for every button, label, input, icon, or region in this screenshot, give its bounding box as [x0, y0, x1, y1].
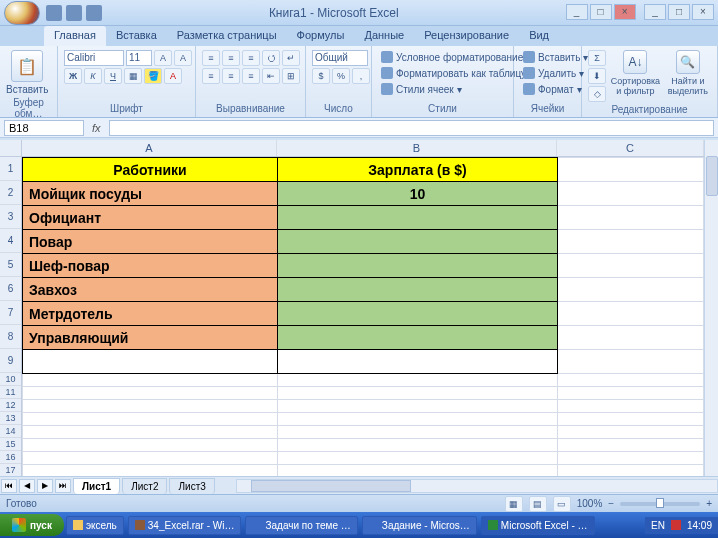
merge-icon[interactable]: ⊞ — [282, 68, 300, 84]
cell-a4[interactable]: Повар — [23, 230, 278, 254]
find-select-icon[interactable]: 🔍 — [676, 50, 700, 74]
sheet-nav-prev[interactable]: ◀ — [19, 479, 35, 493]
align-top-icon[interactable]: ≡ — [202, 50, 220, 66]
tray-icon[interactable] — [671, 520, 681, 530]
view-break-icon[interactable]: ▭ — [553, 496, 571, 512]
cell-b3[interactable] — [278, 206, 558, 230]
bold-button[interactable]: Ж — [64, 68, 82, 84]
sheet-nav-last[interactable]: ⏭ — [55, 479, 71, 493]
header-salary[interactable]: Зарплата (в $) — [278, 158, 558, 182]
cell-c2[interactable] — [558, 182, 704, 206]
view-normal-icon[interactable]: ▦ — [505, 496, 523, 512]
col-header-c[interactable]: C — [557, 140, 704, 156]
cell-c6[interactable] — [558, 278, 704, 302]
office-button[interactable] — [4, 1, 40, 25]
insert-cells-button[interactable]: Вставить ▾ — [520, 50, 591, 64]
fill-color-icon[interactable]: 🪣 — [144, 68, 162, 84]
align-right-icon[interactable]: ≡ — [242, 68, 260, 84]
vertical-scrollbar[interactable] — [704, 140, 718, 476]
col-header-a[interactable]: A — [22, 140, 277, 156]
cell-b2[interactable]: 10 — [278, 182, 558, 206]
sort-filter-icon[interactable]: A↓ — [623, 50, 647, 74]
cell-c1[interactable] — [558, 158, 704, 182]
sheet-nav-next[interactable]: ▶ — [37, 479, 53, 493]
sheet-tab-2[interactable]: Лист2 — [122, 478, 167, 494]
taskbar-item-3[interactable]: Задание - Micros… — [362, 516, 477, 535]
delete-cells-button[interactable]: Удалить ▾ — [520, 66, 591, 80]
tab-home[interactable]: Главная — [44, 26, 106, 46]
cell-a5[interactable]: Шеф-повар — [23, 254, 278, 278]
cell-c3[interactable] — [558, 206, 704, 230]
tab-data[interactable]: Данные — [354, 26, 414, 46]
indent-dec-icon[interactable]: ⇤ — [262, 68, 280, 84]
save-icon[interactable] — [46, 5, 62, 21]
cell-c5[interactable] — [558, 254, 704, 278]
close-button[interactable]: × — [614, 4, 636, 20]
tab-insert[interactable]: Вставка — [106, 26, 167, 46]
cell-a3[interactable]: Официант — [23, 206, 278, 230]
sheet-tab-3[interactable]: Лист3 — [169, 478, 214, 494]
wrap-text-icon[interactable]: ↵ — [282, 50, 300, 66]
language-indicator[interactable]: EN — [651, 520, 665, 531]
name-box[interactable]: B18 — [4, 120, 84, 136]
view-layout-icon[interactable]: ▤ — [529, 496, 547, 512]
tab-view[interactable]: Вид — [519, 26, 559, 46]
cell-c7[interactable] — [558, 302, 704, 326]
comma-icon[interactable]: , — [352, 68, 370, 84]
redo-icon[interactable] — [86, 5, 102, 21]
align-center-icon[interactable]: ≡ — [222, 68, 240, 84]
cell-b9[interactable] — [278, 350, 558, 374]
cell-a2[interactable]: Мойщик посуды — [23, 182, 278, 206]
maximize-button[interactable]: □ — [590, 4, 612, 20]
align-bottom-icon[interactable]: ≡ — [242, 50, 260, 66]
underline-button[interactable]: Ч — [104, 68, 122, 84]
taskbar-item-4[interactable]: Microsoft Excel - … — [481, 516, 595, 535]
col-header-b[interactable]: B — [277, 140, 557, 156]
borders-icon[interactable]: ▦ — [124, 68, 142, 84]
formula-bar[interactable] — [109, 120, 714, 136]
fill-icon[interactable]: ⬇ — [588, 68, 606, 84]
cell-a6[interactable]: Завхоз — [23, 278, 278, 302]
cell-a9[interactable] — [23, 350, 278, 374]
minimize-button[interactable]: _ — [566, 4, 588, 20]
undo-icon[interactable] — [66, 5, 82, 21]
tab-review[interactable]: Рецензирование — [414, 26, 519, 46]
doc-maximize-button[interactable]: □ — [668, 4, 690, 20]
cell-a8[interactable]: Управляющий — [23, 326, 278, 350]
zoom-in-button[interactable]: + — [706, 498, 712, 509]
number-format-combo[interactable]: Общий — [312, 50, 368, 66]
align-left-icon[interactable]: ≡ — [202, 68, 220, 84]
format-cells-button[interactable]: Формат ▾ — [520, 82, 591, 96]
sheet-tab-1[interactable]: Лист1 — [73, 478, 120, 494]
tab-layout[interactable]: Разметка страницы — [167, 26, 287, 46]
font-color-icon[interactable]: A — [164, 68, 182, 84]
start-button[interactable]: пуск — [0, 514, 64, 536]
fx-icon[interactable]: fx — [88, 122, 105, 134]
cell-b4[interactable] — [278, 230, 558, 254]
doc-minimize-button[interactable]: _ — [644, 4, 666, 20]
shrink-font-icon[interactable]: A — [174, 50, 192, 66]
currency-icon[interactable]: $ — [312, 68, 330, 84]
taskbar-item-2[interactable]: Задачи по теме … — [245, 516, 357, 535]
doc-close-button[interactable]: × — [692, 4, 714, 20]
cell-b6[interactable] — [278, 278, 558, 302]
grow-font-icon[interactable]: A — [154, 50, 172, 66]
autosum-icon[interactable]: Σ — [588, 50, 606, 66]
cell-c4[interactable] — [558, 230, 704, 254]
row-headers[interactable]: 123456789 10111213141516171819 — [0, 140, 22, 476]
cell-b7[interactable] — [278, 302, 558, 326]
clock[interactable]: 14:09 — [687, 520, 712, 531]
orientation-icon[interactable]: ⭯ — [262, 50, 280, 66]
clear-icon[interactable]: ◇ — [588, 86, 606, 102]
zoom-label[interactable]: 100% — [577, 498, 603, 509]
tab-formulas[interactable]: Формулы — [287, 26, 355, 46]
zoom-slider[interactable] — [620, 502, 700, 506]
horizontal-scrollbar[interactable] — [236, 479, 718, 493]
italic-button[interactable]: К — [84, 68, 102, 84]
taskbar-item-0[interactable]: эксель — [66, 516, 124, 535]
paste-icon[interactable]: 📋 — [11, 50, 43, 82]
grid-area[interactable]: Работники Зарплата (в $) Мойщик посуды10… — [22, 157, 704, 476]
cell-b5[interactable] — [278, 254, 558, 278]
cell-b8[interactable] — [278, 326, 558, 350]
cell-c8[interactable] — [558, 326, 704, 350]
